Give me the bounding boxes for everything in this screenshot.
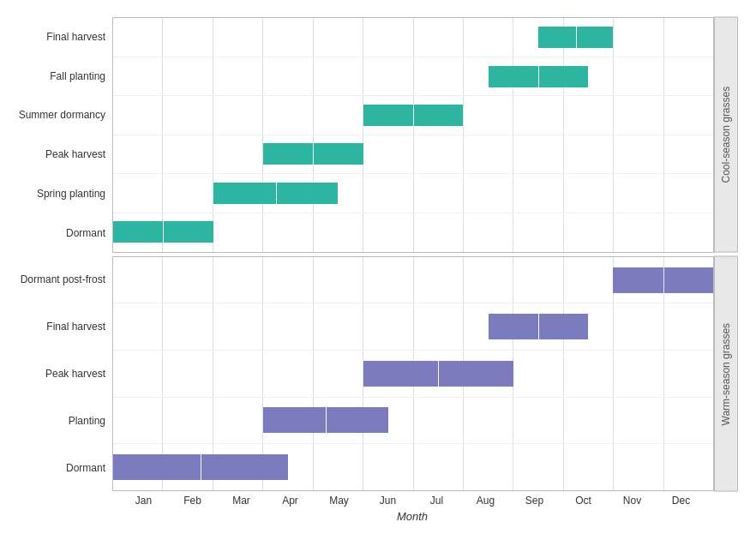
x-tick-label: Mar — [217, 491, 266, 507]
bottom-plot-area — [112, 256, 714, 492]
chart-bar — [613, 267, 713, 293]
top-panel-label: Cool-season grasses — [714, 17, 738, 253]
chart-bar — [363, 361, 513, 387]
bar-segment-right — [664, 267, 713, 293]
chart-bar — [263, 407, 388, 433]
bottom-panel-label: Warm-season grasses — [714, 256, 738, 492]
bar-segment-right — [314, 143, 363, 165]
y-axis-label: Spring planting — [37, 189, 105, 199]
chart-bar — [113, 454, 288, 480]
bar-segment-right — [277, 183, 339, 204]
bar-segment-left — [263, 407, 326, 433]
y-axis-label: Dormant post-frost — [21, 274, 105, 285]
bar-segment-right — [439, 361, 513, 387]
top-plot-area — [112, 17, 714, 253]
bar-segment-left — [538, 27, 576, 48]
bar-segment-left — [113, 454, 201, 480]
x-tick-label: Oct — [559, 491, 608, 507]
bar-segment-left — [489, 66, 538, 87]
x-tick-label: Apr — [266, 491, 315, 507]
chart-bar — [213, 183, 339, 204]
y-axis-label: Final harvest — [46, 321, 105, 332]
y-axis-label: Peak harvest — [45, 369, 105, 379]
x-tick-label: Jun — [363, 491, 412, 507]
y-axis-label: Final harvest — [46, 32, 105, 42]
bottom-panel: Dormant post-frostFinal harvestPeak harv… — [18, 256, 738, 492]
top-y-labels: Final harvestFall plantingSummer dormanc… — [18, 17, 112, 253]
y-axis-label: Dormant — [66, 463, 105, 473]
bar-segment-left — [263, 143, 313, 165]
y-axis-label: Summer dormancy — [19, 110, 105, 120]
top-panel: Final harvestFall plantingSummer dormanc… — [18, 17, 738, 253]
bottom-bars-layer — [113, 257, 713, 491]
chart-bar — [489, 314, 589, 339]
chart-bar — [263, 143, 363, 165]
x-tick-label: Dec — [657, 491, 705, 507]
bar-segment-right — [539, 314, 588, 339]
bar-segment-left — [213, 183, 276, 204]
top-bars-layer — [113, 18, 713, 252]
x-tick-label: Aug — [461, 491, 510, 507]
x-tick-row: JanFebMarAprMayJunJulAugSepOctNovDec — [119, 491, 705, 507]
y-axis-label: Peak harvest — [45, 149, 105, 159]
bar-segment-left — [489, 314, 538, 339]
x-tick-label: Jan — [119, 491, 168, 507]
bar-segment-left — [613, 267, 663, 293]
bar-segment-left — [363, 105, 413, 126]
chart-bar — [489, 66, 589, 87]
x-tick-label: Nov — [608, 491, 657, 507]
x-tick-label: Jul — [412, 491, 461, 507]
chart-bar — [113, 221, 213, 243]
bar-segment-right — [327, 407, 388, 433]
bar-segment-right — [414, 105, 463, 126]
y-axis-label: Dormant — [66, 228, 105, 238]
bar-segment-right — [201, 454, 288, 480]
chart-container: Final harvestFall plantingSummer dormanc… — [9, 9, 747, 531]
bar-segment-right — [577, 27, 614, 48]
bar-segment-right — [164, 221, 213, 243]
x-axis-area: JanFebMarAprMayJunJulAugSepOctNovDec Mon… — [18, 491, 738, 523]
bar-segment-left — [363, 361, 439, 387]
x-axis-title: Month — [119, 507, 705, 523]
x-tick-label: May — [315, 491, 363, 507]
y-axis-label: Fall planting — [50, 71, 105, 81]
x-tick-label: Sep — [510, 491, 559, 507]
bar-segment-right — [539, 66, 588, 87]
chart-bar — [538, 27, 614, 48]
x-tick-label: Feb — [168, 491, 217, 507]
bottom-y-labels: Dormant post-frostFinal harvestPeak harv… — [18, 256, 112, 492]
bar-segment-left — [113, 221, 163, 243]
y-axis-label: Planting — [69, 416, 105, 426]
chart-bar — [363, 105, 464, 126]
